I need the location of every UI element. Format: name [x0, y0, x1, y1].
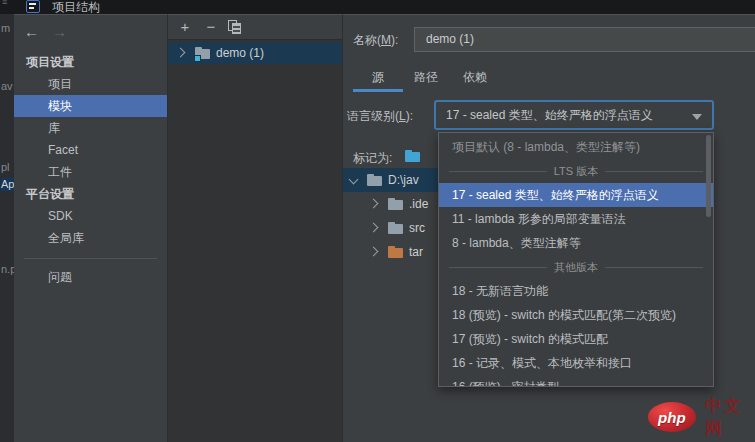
module-name: demo (1)	[216, 42, 264, 64]
chevron-right-icon[interactable]	[176, 48, 186, 58]
forward-arrow-icon: →	[52, 23, 67, 40]
history-nav: ← →	[14, 22, 167, 44]
dropdown-separator: 其他版本	[439, 255, 713, 279]
sidebar-item[interactable]: SDK	[14, 205, 167, 227]
details-tabs: 源路径依赖	[353, 67, 501, 92]
excluded-folder-icon	[388, 246, 403, 259]
dropdown-option[interactable]: 17 - sealed 类型、始终严格的浮点语义	[439, 183, 713, 207]
dialog-title: 项目结构	[52, 0, 100, 14]
tree-item-label: tar	[409, 240, 423, 264]
tab-dependencies[interactable]: 依赖	[449, 67, 501, 89]
language-level-value: 17 - sealed 类型、始终严格的浮点语义	[446, 108, 653, 122]
sidebar-item[interactable]: 工件	[14, 161, 167, 183]
php-logo: php	[648, 402, 696, 432]
folder-icon	[388, 222, 403, 235]
dropdown-option[interactable]: 16 - 记录、模式、本地枚举和接口	[439, 351, 713, 375]
copy-icon[interactable]	[228, 20, 242, 35]
tab-sources[interactable]: 源	[353, 67, 403, 89]
sources-folder-icon[interactable]	[405, 150, 420, 163]
background-text-fragment: av	[1, 80, 13, 92]
sidebar-item[interactable]: 模块	[14, 95, 167, 117]
background-text-fragment: m	[1, 22, 10, 34]
dropdown-option[interactable]: 18 - 无新语言功能	[439, 279, 713, 303]
chevron-down-icon[interactable]	[692, 114, 702, 120]
back-arrow-icon[interactable]: ←	[24, 23, 39, 40]
dropdown-option[interactable]: 18 (预览) - switch 的模式匹配(第二次预览)	[439, 303, 713, 327]
sidebar-section-header: 项目设置	[14, 51, 167, 73]
sidebar-item[interactable]: 项目	[14, 73, 167, 95]
add-icon[interactable]: +	[176, 18, 194, 36]
project-structure-dialog: ≡ 项目结构 mavplApn.p ← → 项目设置项目模块库Facet工件平台…	[0, 0, 755, 442]
dropdown-scrollbar[interactable]	[706, 135, 711, 217]
module-tree-row[interactable]: demo (1)	[168, 42, 342, 64]
background-ide-strip: mavplApn.p	[0, 14, 14, 442]
dropdown-option[interactable]: 17 (预览) - switch 的模式匹配	[439, 327, 713, 351]
remove-icon[interactable]: −	[202, 18, 220, 36]
background-menu-fragment: ≡	[2, 0, 7, 7]
dropdown-option[interactable]: 16 (预览) - 密封类型	[439, 375, 713, 387]
mark-as-label: 标记为:	[353, 150, 392, 167]
chevron-right-icon[interactable]	[369, 247, 379, 257]
sidebar-list: 项目设置项目模块库Facet工件平台设置SDK全局库问题	[14, 51, 167, 288]
watermark: php 中文网	[648, 394, 755, 440]
watermark-site-name: 中文网	[705, 394, 755, 440]
chevron-right-icon[interactable]	[369, 199, 379, 209]
sidebar-section-header: 平台设置	[14, 183, 167, 205]
language-level-dropdown: 项目默认 (8 - lambda、类型注解等)LTS 版本17 - sealed…	[438, 132, 714, 387]
background-text-fragment: pl	[1, 161, 10, 173]
sidebar-item[interactable]: Facet	[14, 139, 167, 161]
chevron-down-icon[interactable]	[349, 175, 359, 185]
dialog-window-icon	[26, 0, 40, 13]
tree-item-label: D:\jav	[388, 168, 419, 192]
modules-toolbar: + −	[168, 15, 342, 40]
folder-icon	[388, 198, 403, 211]
sidebar-divider	[24, 258, 157, 259]
language-level-label: 语言级别(L):	[347, 108, 413, 125]
chevron-right-icon[interactable]	[369, 223, 379, 233]
dialog-titlebar: ≡ 项目结构	[0, 0, 755, 14]
settings-sidebar: ← → 项目设置项目模块库Facet工件平台设置SDK全局库问题	[14, 14, 167, 442]
name-label: 名称(M):	[353, 32, 398, 49]
dropdown-separator: LTS 版本	[439, 159, 713, 183]
language-level-combobox[interactable]: 17 - sealed 类型、始终严格的浮点语义	[434, 100, 714, 130]
sidebar-item[interactable]: 全局库	[14, 227, 167, 249]
folder-icon	[367, 174, 382, 187]
module-details-panel: 名称(M): demo (1) 源路径依赖 语言级别(L): 17 - seal…	[342, 14, 755, 442]
tree-item-label: src	[409, 216, 425, 240]
dropdown-options-list: 项目默认 (8 - lambda、类型注解等)LTS 版本17 - sealed…	[439, 135, 713, 387]
dropdown-option[interactable]: 项目默认 (8 - lambda、类型注解等)	[439, 135, 713, 159]
sidebar-item[interactable]: 问题	[14, 266, 167, 288]
dropdown-option[interactable]: 8 - lambda、类型注解等	[439, 231, 713, 255]
tab-paths[interactable]: 路径	[403, 67, 449, 89]
tree-item-label: .ide	[409, 192, 428, 216]
dropdown-option[interactable]: 11 - lambda 形参的局部变量语法	[439, 207, 713, 231]
module-folder-icon	[195, 47, 210, 60]
sidebar-item[interactable]: 库	[14, 117, 167, 139]
module-name-input[interactable]: demo (1)	[414, 27, 755, 52]
modules-panel: + − demo (1)	[167, 14, 342, 442]
